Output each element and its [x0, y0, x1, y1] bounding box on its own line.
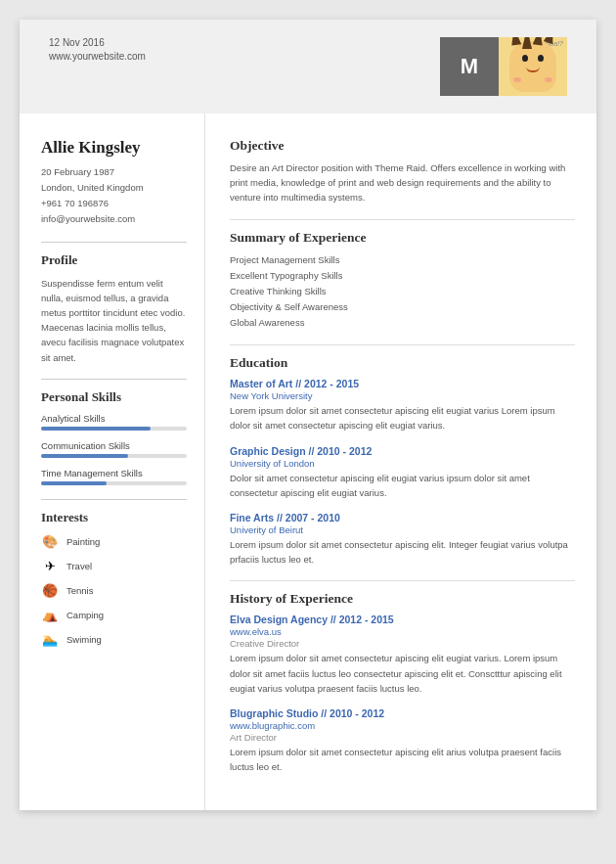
interest-item: 🏊 Swiming	[41, 631, 187, 649]
skill-bar-fill	[41, 481, 107, 485]
experience-entry: Blugraphic Studio // 2010 - 2012 www.blu…	[230, 707, 575, 774]
interest-item: ⛺ Camping	[41, 607, 187, 624]
header-right: M whoa!?	[440, 37, 567, 96]
cartoon-blush-right	[545, 77, 552, 82]
skills-container: Analytical Skills Communication Skills T…	[41, 413, 187, 485]
hair-spike-2	[522, 37, 532, 49]
divider-summary	[230, 219, 575, 220]
header-date: 12 Nov 2016	[49, 37, 146, 48]
interest-item: 🏀 Tennis	[41, 582, 187, 600]
entry-desc: Lorem ipsum dolor sit amet consectetur a…	[230, 537, 575, 567]
education-entry: Master of Art // 2012 - 2015 New York Un…	[230, 378, 575, 432]
avatar-initial: M	[440, 37, 499, 96]
dob: 20 February 1987	[41, 166, 114, 177]
interest-item: ✈ Travel	[41, 558, 187, 575]
location: London, United Kingdom	[41, 182, 144, 193]
summary-item: Excellent Typography Skills	[230, 268, 575, 284]
skill-label: Communication Skills	[41, 440, 187, 451]
interest-icon: ✈	[41, 558, 59, 575]
header: 12 Nov 2016 www.yourwebsite.com M whoa!?	[20, 20, 596, 114]
cartoon-eyes	[522, 55, 544, 62]
summary-list: Project Management SkillsExcellent Typog…	[230, 252, 575, 332]
right-column: Objective Desire an Art Director positio…	[205, 114, 596, 810]
cartoon-eye-right	[538, 55, 544, 62]
entry-url: www.elva.us	[230, 626, 575, 637]
skill-item: Analytical Skills	[41, 413, 187, 431]
avatar-cartoon: whoa!?	[499, 37, 567, 96]
interest-icon: 🏀	[41, 582, 59, 600]
skill-bar-bg	[41, 481, 187, 485]
header-left: 12 Nov 2016 www.yourwebsite.com	[49, 37, 146, 62]
hair-container	[508, 37, 557, 49]
education-entry: Graphic Design // 2010 - 2012 University…	[230, 445, 575, 500]
cartoon-mouth	[526, 67, 540, 72]
skill-bar-fill	[41, 454, 128, 458]
skill-label: Time Management Skills	[41, 468, 187, 478]
skills-title: Personal Skills	[41, 389, 187, 405]
skill-bar-bg	[41, 427, 187, 431]
divider-interests	[41, 499, 187, 500]
education-container: Master of Art // 2012 - 2015 New York Un…	[230, 378, 575, 567]
entry-title: Blugraphic Studio // 2010 - 2012	[230, 707, 575, 719]
entry-school: New York University	[230, 390, 575, 401]
summary-item: Objectivity & Self Awareness	[230, 299, 575, 315]
entry-desc: Lorem ipsum dolor sit amet consectetur a…	[230, 403, 575, 432]
interests-title: Interests	[41, 510, 187, 525]
email: info@yourwebsite.com	[41, 213, 135, 224]
divider-education	[230, 344, 575, 345]
summary-item: Creative Thinking Skills	[230, 284, 575, 299]
education-title: Education	[230, 355, 575, 371]
entry-role: Art Director	[230, 732, 575, 743]
cartoon-eye-left	[522, 55, 528, 62]
experience-container: Elva Design Agency // 2012 - 2015 www.el…	[230, 614, 575, 774]
header-website: www.yourwebsite.com	[49, 51, 146, 62]
entry-desc: Dolor sit amet consectetur apiscing elit…	[230, 471, 575, 500]
skill-label: Analytical Skills	[41, 413, 187, 424]
hair-spike-3	[533, 37, 545, 46]
objective-text: Desire an Art Director position with The…	[230, 160, 575, 205]
entry-title: Fine Arts // 2007 - 2010	[230, 512, 575, 523]
entry-school: Univerity of Beirut	[230, 524, 575, 535]
interest-label: Swiming	[66, 634, 102, 645]
body: Allie Kingsley 20 February 1987 London, …	[20, 114, 596, 810]
interest-item: 🎨 Painting	[41, 533, 187, 551]
interest-label: Tennis	[66, 585, 93, 596]
divider-experience	[230, 580, 575, 581]
experience-title: History of Experience	[230, 591, 575, 607]
skill-bar-bg	[41, 454, 187, 458]
resume-page: 12 Nov 2016 www.yourwebsite.com M whoa!?	[20, 20, 596, 810]
entry-title: Elva Design Agency // 2012 - 2015	[230, 614, 575, 625]
divider-profile	[41, 242, 187, 243]
profile-title: Profile	[41, 252, 187, 268]
interest-icon: 🎨	[41, 533, 59, 551]
hair-spike-4	[544, 37, 557, 44]
summary-item: Global Awareness	[230, 315, 575, 331]
divider-skills	[41, 379, 187, 380]
cartoon-face	[509, 41, 556, 92]
entry-desc: Lorem ipsum dolor sit amet consectetur a…	[230, 745, 575, 774]
summary-title: Summary of Experience	[230, 230, 575, 246]
entry-role: Creative Director	[230, 638, 575, 649]
interest-icon: ⛺	[41, 607, 59, 624]
skill-item: Communication Skills	[41, 440, 187, 458]
interest-icon: 🏊	[41, 631, 59, 649]
profile-text: Suspendisse ferm entum velit nulla, euis…	[41, 276, 187, 365]
skill-bar-fill	[41, 427, 151, 431]
summary-item: Project Management Skills	[230, 252, 575, 268]
entry-title: Graphic Design // 2010 - 2012	[230, 445, 575, 457]
phone: +961 70 196876	[41, 198, 109, 208]
interest-label: Travel	[66, 561, 92, 571]
experience-entry: Elva Design Agency // 2012 - 2015 www.el…	[230, 614, 575, 696]
entry-school: University of London	[230, 458, 575, 469]
full-name: Allie Kingsley	[41, 138, 187, 158]
skill-item: Time Management Skills	[41, 468, 187, 485]
entry-url: www.blugraphic.com	[230, 720, 575, 731]
entry-title: Master of Art // 2012 - 2015	[230, 378, 575, 389]
entry-desc: Lorem ipsum dolor sit amet consectetur a…	[230, 651, 575, 696]
left-column: Allie Kingsley 20 February 1987 London, …	[20, 114, 205, 810]
interests-container: 🎨 Painting ✈ Travel 🏀 Tennis ⛺ Camping 🏊…	[41, 533, 187, 649]
interest-label: Painting	[66, 536, 100, 547]
objective-title: Objective	[230, 138, 575, 154]
contact-info: 20 February 1987 London, United Kingdom …	[41, 164, 187, 228]
interest-label: Camping	[66, 610, 104, 620]
